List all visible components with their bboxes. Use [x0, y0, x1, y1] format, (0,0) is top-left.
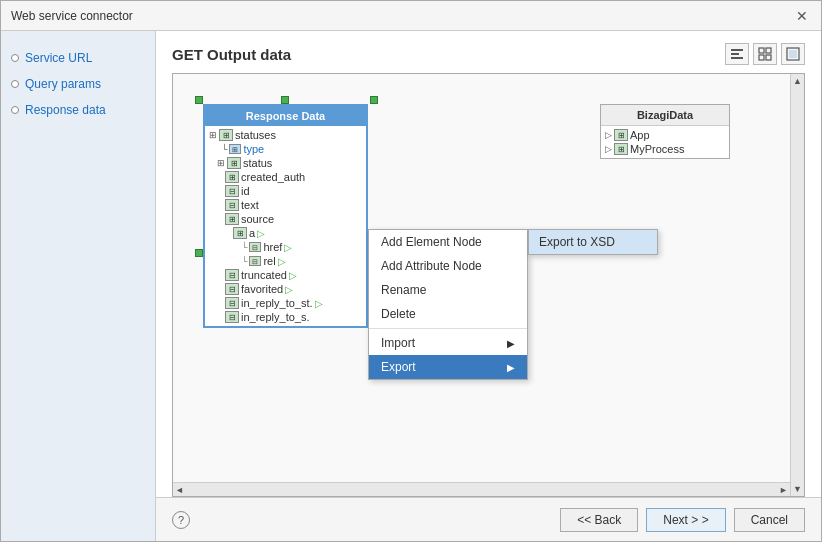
tree-item-created[interactable]: ⊞ created_auth — [205, 170, 366, 184]
node-icon: ⊟ — [225, 269, 239, 281]
tree-item-in-reply-1[interactable]: ⊟ in_reply_to_st. ▷ — [205, 296, 366, 310]
node-icon: ⊞ — [233, 227, 247, 239]
node-icon: ⊟ — [225, 297, 239, 309]
ctx-label: Delete — [381, 307, 416, 321]
node-icon: ⊟ — [249, 242, 261, 252]
ctx-import[interactable]: Import ▶ — [369, 331, 527, 355]
scroll-right-arrow[interactable]: ► — [777, 483, 790, 497]
bizagi-data-node[interactable]: BizagiData ▷ ⊞ App ▷ ⊞ MyProcess — [600, 104, 730, 159]
title-bar: Web service connector ✕ — [1, 1, 821, 31]
toolbar-icon-1[interactable] — [725, 43, 749, 65]
main-header: GET Output data — [156, 31, 821, 73]
tree-item-rel[interactable]: └ ⊟ rel ▷ — [205, 254, 366, 268]
node-icon: ⊞ — [614, 129, 628, 141]
tree-item-in-reply-2[interactable]: ⊟ in_reply_to_s. — [205, 310, 366, 324]
tree-item-a[interactable]: ⊞ a ▷ — [205, 226, 366, 240]
ctx-label: Import — [381, 336, 415, 350]
arrow-icon: ▷ — [257, 228, 265, 239]
response-node-body: ⊞ ⊞ statuses └ ⊞ type — [205, 126, 366, 326]
bizagi-node-header: BizagiData — [601, 105, 729, 126]
tree-item-id[interactable]: ⊟ id — [205, 184, 366, 198]
help-button[interactable]: ? — [172, 511, 190, 529]
submenu-export-xsd[interactable]: Export to XSD — [529, 230, 657, 254]
tree-label: text — [241, 199, 259, 211]
tree-label: App — [630, 129, 650, 141]
node-icon: ⊞ — [229, 144, 241, 154]
tree-label: id — [241, 185, 250, 197]
scroll-bottom[interactable]: ◄ ► — [173, 482, 790, 496]
tree-item-statuses[interactable]: ⊞ ⊞ statuses — [205, 128, 366, 142]
sidebar: Service URL Query params Response data — [1, 31, 156, 541]
footer-left: ? — [172, 511, 190, 529]
node-icon: ⊟ — [249, 256, 261, 266]
content-area: Service URL Query params Response data G… — [1, 31, 821, 541]
canvas-inner: Response Data ⊞ ⊞ statuses — [173, 74, 790, 482]
svg-rect-5 — [759, 55, 764, 60]
svg-rect-3 — [759, 48, 764, 53]
node-icon: ⊞ — [227, 157, 241, 169]
page-title: GET Output data — [172, 46, 291, 63]
footer: ? << Back Next > > Cancel — [156, 497, 821, 541]
node-icon: ⊞ — [225, 213, 239, 225]
sidebar-item-query-params[interactable]: Query params — [11, 77, 145, 91]
submenu-label: Export to XSD — [539, 235, 615, 249]
context-menu: Add Element Node Add Attribute Node Rena… — [368, 229, 528, 380]
tree-label: created_auth — [241, 171, 305, 183]
sidebar-item-service-url[interactable]: Service URL — [11, 51, 145, 65]
next-button[interactable]: Next > > — [646, 508, 725, 532]
handle-tr — [370, 96, 378, 104]
tree-label: status — [243, 157, 272, 169]
arrow-icon: ▷ — [285, 284, 293, 295]
close-button[interactable]: ✕ — [793, 7, 811, 25]
svg-rect-2 — [731, 57, 743, 59]
bizagi-node-body: ▷ ⊞ App ▷ ⊞ MyProcess — [601, 126, 729, 158]
scroll-up-arrow[interactable]: ▲ — [791, 74, 804, 88]
arrow-icon: ▷ — [284, 242, 292, 253]
ctx-label: Rename — [381, 283, 426, 297]
scroll-down-arrow[interactable]: ▼ — [791, 482, 804, 496]
ctx-export[interactable]: Export ▶ — [369, 355, 527, 379]
tree-label: MyProcess — [630, 143, 684, 155]
response-data-node[interactable]: Response Data ⊞ ⊞ statuses — [203, 104, 368, 328]
tree-item-href[interactable]: └ ⊟ href ▷ — [205, 240, 366, 254]
ctx-add-element[interactable]: Add Element Node — [369, 230, 527, 254]
ctx-label: Add Element Node — [381, 235, 482, 249]
node-icon: ⊟ — [225, 199, 239, 211]
ctx-delete[interactable]: Delete — [369, 302, 527, 326]
svg-rect-4 — [766, 48, 771, 53]
main-area: GET Output data ▲ — [156, 31, 821, 541]
tree-label: in_reply_to_st. — [241, 297, 313, 309]
handle-bl — [195, 249, 203, 257]
ctx-label: Add Attribute Node — [381, 259, 482, 273]
handle-tl — [195, 96, 203, 104]
cancel-button[interactable]: Cancel — [734, 508, 805, 532]
node-icon: ⊟ — [225, 283, 239, 295]
toolbar-icon-2[interactable] — [753, 43, 777, 65]
ctx-add-attribute[interactable]: Add Attribute Node — [369, 254, 527, 278]
tree-item-source[interactable]: ⊞ source — [205, 212, 366, 226]
tree-item-truncated[interactable]: ⊟ truncated ▷ — [205, 268, 366, 282]
tree-item-type[interactable]: └ ⊞ type — [205, 142, 366, 156]
window-title: Web service connector — [11, 9, 133, 23]
back-button[interactable]: << Back — [560, 508, 638, 532]
canvas-container[interactable]: ▲ ▼ ◄ ► Response Data — [172, 73, 805, 497]
ctx-rename[interactable]: Rename — [369, 278, 527, 302]
sidebar-label-query-params: Query params — [25, 77, 101, 91]
tree-label: favorited — [241, 283, 283, 295]
node-icon: ⊞ — [219, 129, 233, 141]
tree-item-status[interactable]: ⊞ ⊞ status — [205, 156, 366, 170]
bullet-icon — [11, 54, 19, 62]
tree-item-favorited[interactable]: ⊟ favorited ▷ — [205, 282, 366, 296]
toolbar-icon-3[interactable] — [781, 43, 805, 65]
scroll-right[interactable]: ▲ ▼ — [790, 74, 804, 496]
tree-item-text[interactable]: ⊟ text — [205, 198, 366, 212]
submenu-arrow-icon: ▶ — [507, 362, 515, 373]
ctx-divider — [369, 328, 527, 329]
tree-label: in_reply_to_s. — [241, 311, 310, 323]
bizagi-tree-myprocess[interactable]: ▷ ⊞ MyProcess — [601, 142, 729, 156]
tree-label: statuses — [235, 129, 276, 141]
scroll-left-arrow[interactable]: ◄ — [173, 483, 186, 497]
sidebar-item-response-data[interactable]: Response data — [11, 103, 145, 117]
toolbar — [725, 43, 805, 65]
bizagi-tree-app[interactable]: ▷ ⊞ App — [601, 128, 729, 142]
